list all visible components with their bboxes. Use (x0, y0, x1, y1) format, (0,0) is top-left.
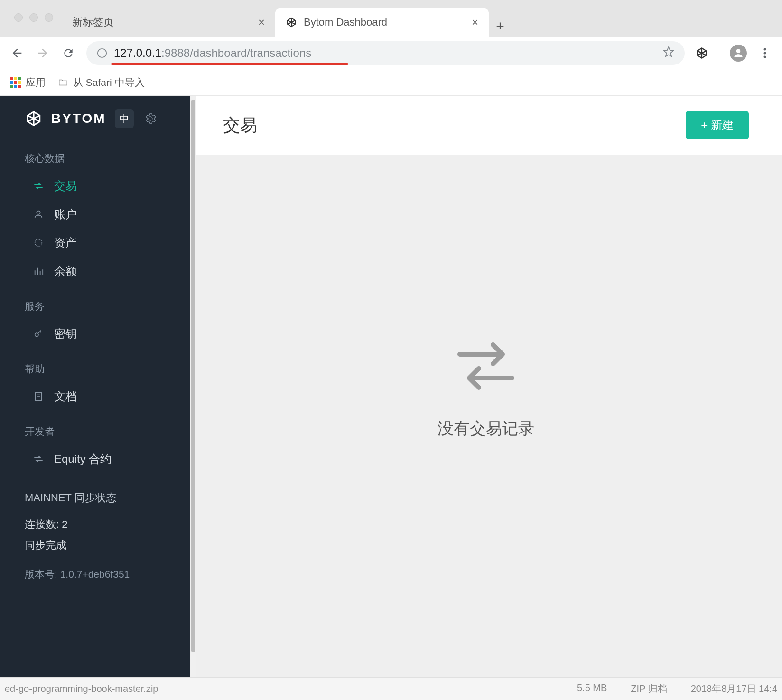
tab-favicon (286, 17, 297, 28)
section-core-data: 核心数据 (0, 138, 190, 172)
section-developer: 开发者 (0, 411, 190, 445)
bookmark-label: 从 Safari 中导入 (73, 76, 145, 89)
sidebar-item-label: 余额 (54, 264, 77, 279)
gear-icon (145, 113, 156, 124)
sidebar: BYTOM 中 核心数据 交易 账户 资产 余额 (0, 96, 190, 677)
settings-button[interactable] (142, 111, 158, 127)
tab-title: 新标签页 (72, 15, 114, 29)
tab-bytom-dashboard[interactable]: Bytom Dashboard × (275, 8, 489, 37)
url-annotation (111, 63, 348, 65)
bookmark-star-icon[interactable] (663, 46, 674, 60)
sidebar-item-balances[interactable]: 余额 (0, 257, 190, 286)
reload-button[interactable] (61, 46, 76, 61)
section-services: 服务 (0, 286, 190, 320)
new-tab-button[interactable]: + (489, 18, 512, 37)
empty-state: 没有交易记录 (190, 155, 782, 677)
apps-icon (10, 77, 21, 88)
tab-new-tab[interactable]: 新标签页 × (62, 8, 275, 37)
apps-button[interactable]: 应用 (10, 76, 46, 89)
sidebar-item-transactions[interactable]: 交易 (0, 172, 190, 200)
svg-point-5 (764, 52, 766, 55)
sidebar-item-label: 密钥 (54, 326, 77, 341)
svg-point-4 (764, 48, 766, 51)
logo-text: BYTOM (51, 111, 106, 126)
section-help: 帮助 (0, 348, 190, 382)
swap-icon (32, 180, 45, 192)
empty-swap-icon (450, 335, 521, 397)
maximize-window[interactable] (45, 13, 53, 22)
sidebar-item-label: Equity 合约 (54, 451, 112, 467)
folder-icon (58, 77, 68, 88)
circle-icon (32, 237, 45, 249)
download-date: 2018年8月17日 14:4 (691, 682, 777, 695)
info-icon (97, 48, 107, 58)
window-controls (14, 13, 53, 22)
url-text: 127.0.0.1:9888/dashboard/transactions (114, 46, 311, 60)
status-version: 版本号: 1.0.7+deb6f351 (25, 564, 165, 584)
bookmark-bar: 应用 从 Safari 中导入 (0, 69, 782, 96)
sidebar-item-equity[interactable]: Equity 合约 (0, 445, 190, 473)
tab-close-icon[interactable]: × (472, 16, 478, 29)
bytom-logo-icon (25, 110, 43, 128)
tab-bar: 新标签页 × Bytom Dashboard × + (0, 0, 782, 37)
svg-point-6 (764, 56, 766, 58)
status-heading: MAINNET 同步状态 (25, 488, 165, 508)
new-button[interactable]: + 新建 (686, 111, 749, 139)
nav-bar: 127.0.0.1:9888/dashboard/transactions (0, 37, 782, 69)
empty-message: 没有交易记录 (438, 418, 534, 440)
main-header: 交易 + 新建 (190, 96, 782, 155)
sidebar-item-label: 账户 (54, 207, 77, 222)
scrollbar[interactable] (190, 96, 196, 677)
forward-button[interactable] (35, 46, 50, 61)
tab-title: Bytom Dashboard (304, 16, 387, 28)
chart-icon (32, 265, 45, 277)
language-toggle[interactable]: 中 (115, 109, 134, 128)
doc-icon (32, 390, 45, 403)
svg-point-7 (37, 211, 40, 214)
svg-point-3 (736, 49, 741, 53)
swap-icon (32, 453, 45, 465)
sync-status-panel: MAINNET 同步状态 连接数: 2 同步完成 版本号: 1.0.7+deb6… (0, 473, 190, 599)
svg-point-8 (35, 239, 42, 247)
bookmark-safari-import[interactable]: 从 Safari 中导入 (58, 76, 145, 89)
download-filename: ed-go-programming-book-master.zip (5, 683, 558, 694)
sidebar-item-accounts[interactable]: 账户 (0, 200, 190, 229)
minimize-window[interactable] (29, 13, 38, 22)
profile-button[interactable] (730, 45, 747, 62)
status-sync: 同步完成 (25, 535, 165, 556)
divider (719, 45, 719, 62)
sidebar-header: BYTOM 中 (0, 96, 190, 138)
apps-label: 应用 (26, 76, 46, 89)
status-connections: 连接数: 2 (25, 514, 165, 535)
svg-point-9 (35, 333, 38, 336)
download-bar: ed-go-programming-book-master.zip 5.5 MB… (0, 677, 782, 700)
sidebar-item-keys[interactable]: 密钥 (0, 320, 190, 348)
back-button[interactable] (9, 46, 25, 61)
sidebar-item-assets[interactable]: 资产 (0, 229, 190, 257)
sidebar-item-label: 文档 (54, 389, 77, 404)
key-icon (32, 328, 45, 340)
tab-close-icon[interactable]: × (258, 16, 265, 29)
person-icon (32, 208, 45, 221)
sidebar-item-label: 交易 (54, 178, 77, 193)
sidebar-item-label: 资产 (54, 235, 77, 250)
sidebar-item-docs[interactable]: 文档 (0, 382, 190, 411)
menu-button[interactable] (757, 46, 773, 61)
download-type: ZIP 归档 (631, 682, 667, 695)
main-content: 交易 + 新建 没有交易记录 (190, 96, 782, 677)
close-window[interactable] (14, 13, 23, 22)
download-size: 5.5 MB (577, 682, 607, 695)
url-bar[interactable]: 127.0.0.1:9888/dashboard/transactions (86, 41, 685, 65)
svg-rect-1 (102, 52, 102, 55)
svg-rect-2 (102, 51, 102, 52)
extension-bytom-icon[interactable] (695, 46, 708, 60)
page-title: 交易 (223, 114, 257, 137)
